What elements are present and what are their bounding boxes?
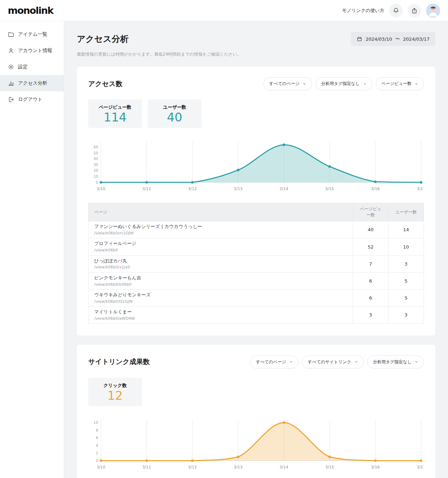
sitelink-card: サイトリンク成果数 すべてのページすべてのサイトリンク分析用タグ指定なし クリッ… [77,345,435,478]
main-content: アクセス分析 2024/03/10 〜 2024/03/17 最新情報の更新には… [64,21,448,478]
date-start: 2024/03/10 [365,36,392,42]
topbar-actions: モノリンクの使い方 [342,4,440,18]
row-path: /view/k06b0/m1OJW [94,231,347,235]
chevron-down-icon [303,82,306,86]
sidebar-item-logout[interactable]: ログアウト [0,91,64,108]
access-filter-1[interactable]: 分析用タグ指定なし [316,77,372,90]
metric-cell: 5 [389,272,424,289]
metric-cell: 5 [389,289,424,306]
metric-cell: 3 [389,306,424,323]
svg-text:0: 0 [96,181,98,184]
notifications-button[interactable] [389,4,403,17]
row-path: /view/k06b0/x1jx0 [94,265,347,269]
metric-cell: 3 [353,306,389,323]
sidebar-item-analytics[interactable]: アクセス分析 [0,75,64,91]
access-filter-0[interactable]: すべてのページ [263,77,312,90]
svg-text:3/13: 3/13 [234,465,243,470]
svg-text:10: 10 [93,175,98,178]
column-header: ページ [89,203,353,221]
access-stat-0: ページビュー数114 [88,99,142,128]
sitelink-filter-0[interactable]: すべてのページ [250,355,299,369]
row-path: /view/k06b0 [94,248,347,252]
chevron-down-icon [415,82,418,86]
sitelink-section-title: サイトリンク成果数 [88,357,150,366]
row-title: ウキウキみどりモンキーズ [94,292,347,298]
access-filter-2[interactable]: ページビュー数 [376,77,424,90]
gear-icon [8,64,14,70]
svg-text:3/14: 3/14 [279,187,288,191]
sitelink-filter-2[interactable]: 分析用タグ指定なし [367,355,424,369]
chevron-down-icon [355,360,358,364]
svg-text:2: 2 [96,451,98,455]
sitelink-filter-1[interactable]: すべてのサイトリンク [302,355,364,369]
help-link[interactable]: モノリンクの使い方 [342,7,384,14]
filter-label: すべてのサイトリンク [308,359,351,365]
filter-label: ページビュー数 [381,81,412,87]
svg-text:3/16: 3/16 [371,187,380,191]
metric-cell: 6 [353,272,389,289]
svg-text:3/11: 3/11 [142,187,151,191]
access-chart: 01020304050603/103/113/123/133/143/153/1… [88,138,424,193]
svg-text:10: 10 [93,421,98,425]
date-separator: 〜 [395,36,400,42]
sitelink-stat-0: クリック数12 [88,378,142,406]
sidebar: アイテム一覧アカウント情報設定アクセス分析ログアウト [0,21,64,478]
logout-icon [8,96,14,103]
access-table: ページページビュー数ユーザー数ファンシーぬいぐるみシリーズ | カウカウうっしー… [88,203,424,323]
logo[interactable]: monolink [8,5,53,16]
row-title: ピンクモンキーもん吉 [94,275,347,281]
user-icon [8,47,14,54]
svg-text:3/10: 3/10 [97,187,106,191]
update-note: 最新情報の更新には時間がかかります。最低24時間前までの情報をご確認ください。 [77,51,435,57]
stat-value: 40 [155,111,194,124]
svg-text:3/12: 3/12 [188,465,197,470]
svg-text:3/16: 3/16 [371,465,380,470]
svg-text:3/14: 3/14 [279,465,288,470]
table-row: ピンクモンキーもん吉/view/k06b0/k06b065 [89,272,424,289]
svg-text:4: 4 [96,444,98,448]
metric-cell: 6 [353,289,389,306]
svg-text:3/17: 3/17 [417,465,424,470]
share-button[interactable] [408,4,421,17]
svg-text:3/10: 3/10 [97,465,106,470]
access-analytics-card: アクセス数 すべてのページ分析用タグ指定なしページビュー数 ページビュー数114… [77,67,435,336]
svg-text:3/13: 3/13 [234,187,243,191]
stat-value: 114 [95,111,135,124]
row-title: ファンシーぬいぐるみシリーズ | カウカウうっしー [94,224,347,230]
chevron-down-icon [363,82,367,86]
date-range-picker[interactable]: 2024/03/10 〜 2024/03/17 [351,32,435,46]
row-path: /view/k06b0/k06b0 [94,282,347,287]
sitelink-stats: クリック数12 [88,378,424,406]
row-path: /view/k06b0/aWD4W [94,316,347,321]
svg-text:30: 30 [93,163,98,167]
stat-label: ユーザー数 [155,104,194,110]
column-header: ページビュー数 [353,203,389,221]
page-title: アクセス分析 [77,33,129,45]
sidebar-item-label: アイテム一覧 [18,31,47,38]
table-row: ウキウキみどりモンキーズ/view/k06b0/D1GjW65 [89,289,424,306]
chevron-down-icon [415,360,418,364]
sidebar-item-account[interactable]: アカウント情報 [0,42,64,59]
access-stat-1: ユーザー数40 [148,99,202,128]
access-section-title: アクセス数 [88,79,123,89]
sidebar-item-settings[interactable]: 設定 [0,59,64,75]
bell-icon [393,7,399,14]
sidebar-item-label: 設定 [18,64,28,70]
top-bar: monolink モノリンクの使い方 [0,0,448,21]
access-filters: すべてのページ分析用タグ指定なしページビュー数 [263,77,424,90]
chevron-down-icon [289,360,293,364]
sidebar-item-items[interactable]: アイテム一覧 [0,26,64,42]
svg-text:20: 20 [93,169,98,173]
stat-label: クリック数 [95,382,135,389]
svg-text:40: 40 [93,157,98,161]
metric-cell: 14 [389,221,424,238]
table-row: ひっぽぽカバ丸/view/k06b0/x1jx073 [89,255,424,272]
folder-icon [8,31,14,38]
svg-text:3/12: 3/12 [188,187,197,191]
sitelink-chart: 02468103/103/113/123/133/143/153/163/17 [88,416,424,471]
row-title: ひっぽぽカバ丸 [94,258,347,264]
metric-cell: 3 [389,255,424,272]
avatar[interactable] [426,4,440,18]
svg-text:3/15: 3/15 [325,465,334,470]
sidebar-item-label: ログアウト [18,96,42,103]
